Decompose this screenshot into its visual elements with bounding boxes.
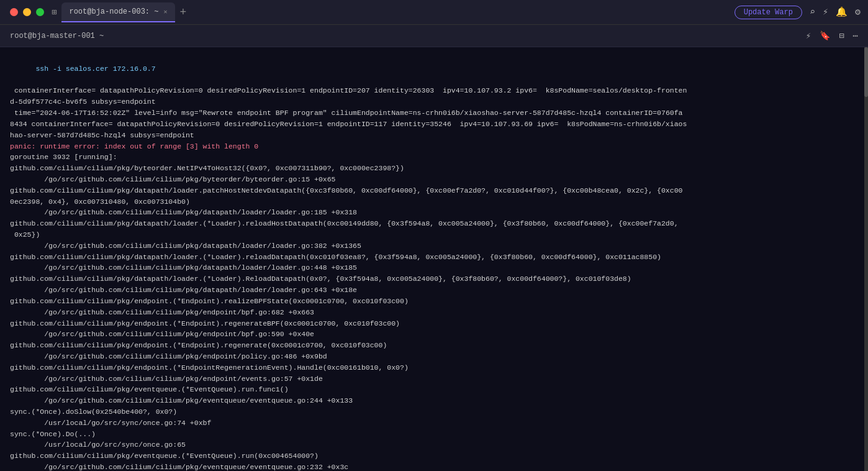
bolt-icon[interactable]: ⚡ <box>823 6 828 18</box>
prompt-text: root@bja-master-001 ~ <box>10 32 104 40</box>
terminal-line: /usr/local/go/src/sync/once.go:65 <box>10 439 858 450</box>
terminal-line: github.com/cilium/cilium/pkg/datapath/lo… <box>10 185 858 196</box>
terminal-line: github.com/cilium/cilium/pkg/eventqueue.… <box>10 384 858 395</box>
terminal-line: sync.(*Once).Do(...) <box>10 429 858 440</box>
terminal-line: github.com/cilium/cilium/pkg/endpoint.(*… <box>10 318 858 329</box>
ssh-command: ssh -i sealos.cer 172.16.0.7 <box>35 65 155 73</box>
terminal-line: /go/src/github.com/cilium/cilium/pkg/dat… <box>10 207 858 218</box>
scrollbar[interactable] <box>864 47 868 471</box>
terminal-line: /go/src/github.com/cilium/cilium/pkg/eve… <box>10 395 858 406</box>
secondary-bar: root@bja-master-001 ~ ⚡ 🔖 ⊟ ⋯ <box>0 25 868 47</box>
terminal-line: goroutine 3932 [running]: <box>10 152 858 163</box>
terminal-line: /go/src/github.com/cilium/cilium/pkg/dat… <box>10 262 858 273</box>
terminal-line: /go/src/github.com/cilium/cilium/pkg/dat… <box>10 285 858 296</box>
terminal-line: /go/src/github.com/cilium/cilium/pkg/end… <box>10 307 858 318</box>
terminal-line: /go/src/github.com/cilium/cilium/pkg/end… <box>10 329 858 340</box>
title-bar: ⊞ root@bja-node-003: ~ ✕ + Update Warp ⌕… <box>0 0 868 25</box>
update-warp-button[interactable]: Update Warp <box>735 6 802 19</box>
terminal-tab[interactable]: root@bja-node-003: ~ ✕ <box>61 2 174 22</box>
terminal-line: hao-server-587d7d485c-hzql4 subsys=endpo… <box>10 130 858 141</box>
search-icon[interactable]: ⌕ <box>810 6 815 18</box>
terminal-line: containerInterface= datapathPolicyRevisi… <box>10 85 858 96</box>
terminal-line: /go/src/github.com/cilium/cilium/pkg/end… <box>10 351 858 362</box>
terminal-line: sync.(*Once).doSlow(0x2540be400?, 0x0?) <box>10 406 858 418</box>
terminal-line: d-5d9f577c4c-bv6f5 subsys=endpoint <box>10 96 858 107</box>
close-button[interactable] <box>10 8 18 16</box>
terminal-line: github.com/cilium/cilium/pkg/endpoint.(*… <box>10 340 858 351</box>
add-tab-button[interactable]: + <box>180 6 187 19</box>
minimize-button[interactable] <box>23 8 31 16</box>
secondary-bar-actions: ⚡ 🔖 ⊟ ⋯ <box>806 30 858 41</box>
terminal-lines: containerInterface= datapathPolicyRevisi… <box>10 85 858 471</box>
prompt-display: root@bja-master-001 ~ <box>10 32 806 40</box>
terminal-line: github.com/cilium/cilium/pkg/endpoint.(*… <box>10 296 858 307</box>
terminal-line: 0ec2398, 0x4}, 0xc007310480, 0xc0073104b… <box>10 196 858 208</box>
terminal-line: github.com/cilium/cilium/pkg/datapath/lo… <box>10 273 858 285</box>
terminal-line: 0x25}) <box>10 229 858 240</box>
tab-label: root@bja-node-003: ~ <box>69 7 158 16</box>
traffic-lights <box>0 8 44 16</box>
notification-icon[interactable]: 🔔 <box>836 6 848 18</box>
terminal-line: /go/src/github.com/cilium/cilium/pkg/eve… <box>10 462 858 471</box>
terminal-line: /go/src/github.com/cilium/cilium/pkg/dat… <box>10 240 858 252</box>
bookmark-icon[interactable]: 🔖 <box>820 30 830 41</box>
lightning-icon[interactable]: ⚡ <box>806 30 811 41</box>
terminal-line: github.com/cilium/cilium/pkg/byteorder.N… <box>10 163 858 174</box>
terminal-line: /usr/local/go/src/sync/once.go:74 +0xbf <box>10 418 858 429</box>
title-bar-right: Update Warp ⌕ ⚡ 🔔 ⚙ <box>735 6 861 19</box>
filter-icon[interactable]: ⊟ <box>839 30 844 41</box>
tab-close-icon[interactable]: ✕ <box>163 8 167 16</box>
terminal-line: panic: runtime error: index out of range… <box>10 141 858 152</box>
terminal-line: time="2024-06-17T16:52:02Z" level=info m… <box>10 107 858 119</box>
tab-area: ⊞ root@bja-node-003: ~ ✕ + <box>52 0 186 24</box>
terminal-line: github.com/cilium/cilium/pkg/datapath/lo… <box>10 252 858 263</box>
scrollbar-thumb[interactable] <box>864 47 868 97</box>
more-options-icon[interactable]: ⋯ <box>853 30 858 41</box>
terminal-line: /go/src/github.com/cilium/cilium/pkg/byt… <box>10 174 858 185</box>
terminal-output: ssh -i sealos.cer 172.16.0.7 containerIn… <box>0 47 868 471</box>
terminal-line: github.com/cilium/cilium/pkg/eventqueue.… <box>10 450 858 462</box>
terminal-line: github.com/cilium/cilium/pkg/datapath/lo… <box>10 218 858 229</box>
terminal-line: github.com/cilium/cilium/pkg/endpoint.(*… <box>10 362 858 373</box>
settings-icon[interactable]: ⚙ <box>855 6 861 18</box>
ssh-command-line: ssh -i sealos.cer 172.16.0.7 <box>10 52 858 85</box>
terminal-line: /go/src/github.com/cilium/cilium/pkg/end… <box>10 373 858 385</box>
maximize-button[interactable] <box>36 8 44 16</box>
terminal-line: 8434 containerInterface= datapathPolicyR… <box>10 119 858 130</box>
tab-menu-icon[interactable]: ⊞ <box>52 7 57 17</box>
